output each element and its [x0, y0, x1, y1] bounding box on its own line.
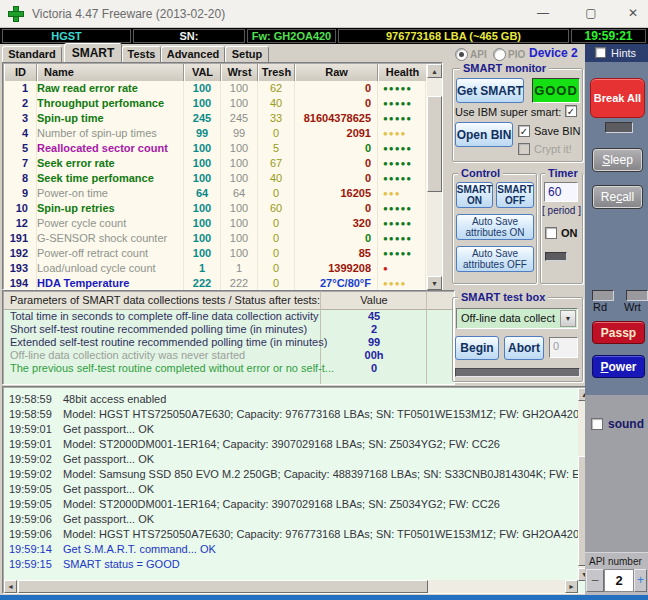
table-row[interactable]: 2Throughput perfomance100100400●●●●●	[4, 96, 426, 111]
table-row[interactable]: 191G-SENSOR shock counter10010000●●●●●	[4, 231, 426, 246]
cell-tresh: 0	[258, 216, 295, 231]
ibm-smart-checkbox[interactable]: ✓	[565, 105, 577, 117]
table-row[interactable]: 12Power cycle count1001000320●●●●●	[4, 216, 426, 231]
device-model: HGST HTS725050A7E630	[2, 29, 131, 43]
table-row[interactable]: 10Spin-up retries100100600●●●●●	[4, 201, 426, 216]
cell-name: Spin-up time	[37, 111, 184, 126]
save-bin-checkbox[interactable]: ✓	[518, 125, 530, 137]
cell-tresh: 0	[258, 186, 295, 201]
passp-button[interactable]: Passp	[592, 321, 645, 344]
params-row: Total time in seconds to complete off-li…	[4, 310, 453, 323]
table-row[interactable]: 9Power-on time6464016205●●●	[4, 186, 426, 201]
timer-period-input[interactable]: 60	[544, 182, 578, 202]
cell-val: 100	[184, 81, 221, 96]
cell-wrst: 100	[221, 246, 258, 261]
log-panel: 19:58:5948bit access enabled19:58:59Mode…	[2, 386, 592, 594]
tab-standard[interactable]: Standard	[2, 46, 62, 62]
tab-setup[interactable]: Setup	[225, 46, 269, 62]
crypt-checkbox[interactable]	[518, 143, 530, 155]
open-bin-button[interactable]: Open BIN	[455, 122, 513, 147]
params-row-value: 45	[321, 310, 427, 323]
health-dots: ●●●●	[378, 126, 426, 141]
table-row[interactable]: 7Seek error rate100100670●●●●●	[4, 156, 426, 171]
autosave-off-button[interactable]: Auto Save attributes OFF	[456, 246, 534, 272]
api-number-plus-button[interactable]: +	[634, 569, 647, 592]
cell-id: 191	[4, 231, 37, 246]
table-row[interactable]: 5Reallocated sector count10010050●●●●●	[4, 141, 426, 156]
smart-table-header: ID Name VAL Wrst Tresh Raw Health	[4, 64, 426, 81]
cell-tresh: 67	[258, 156, 295, 171]
tab-advanced[interactable]: Advanced	[161, 46, 225, 62]
pio-radio[interactable]	[493, 48, 506, 61]
device-serial: SN: TF0501WE153M1Z	[133, 29, 245, 43]
table-row[interactable]: 193Load/unload cycle count1101399208●	[4, 261, 426, 276]
smart-attributes-table: ID Name VAL Wrst Tresh Raw Health 1Raw r…	[2, 62, 443, 290]
table-row[interactable]: 1Raw read error rate100100620●●●●●	[4, 81, 426, 96]
table-row[interactable]: 192Power-off retract count100100085●●●●●	[4, 246, 426, 261]
cell-name: Power-on time	[37, 186, 184, 201]
col-header-tresh: Tresh	[258, 64, 295, 81]
col-header-val: VAL	[184, 64, 221, 81]
log-hscrollbar[interactable]: ◄ ►	[4, 580, 578, 593]
autosave-on-button[interactable]: Auto Save attributes ON	[456, 214, 534, 240]
table-row[interactable]: 194HDA Temperature222222027°C/80°F●●●●	[4, 276, 426, 291]
abort-button[interactable]: Abort	[504, 336, 544, 360]
cell-wrst: 99	[221, 126, 258, 141]
params-row-value: 00h	[321, 349, 427, 362]
scroll-left-icon[interactable]: ◄	[4, 580, 17, 593]
test-progress-bar	[455, 368, 580, 377]
params-row-label: The previous self-test routine completed…	[10, 362, 334, 375]
cell-raw: 0	[295, 171, 378, 186]
log-message: SMART status = GOOD	[63, 557, 180, 571]
api-radio[interactable]	[455, 48, 468, 61]
close-button[interactable]: ✕	[620, 6, 646, 22]
table-scrollbar-thumb[interactable]	[427, 96, 442, 192]
test-counter-field: 0	[549, 337, 578, 358]
clock: 19:59:21	[571, 29, 646, 43]
test-select[interactable]: Off-line data collect ▼	[456, 308, 578, 329]
params-row-label: Short self-test routine recommended poll…	[10, 323, 307, 336]
crypt-label: Crypt it!	[534, 143, 572, 155]
cell-raw: 81604378625	[295, 111, 378, 126]
cell-val: 100	[184, 216, 221, 231]
maximize-button[interactable]: ▢	[578, 6, 604, 22]
timer-led	[545, 252, 567, 261]
sleep-button[interactable]: Sleep	[592, 148, 643, 172]
rd-label: Rd	[593, 301, 607, 313]
recall-button[interactable]: Recall	[592, 185, 643, 209]
smart-on-button[interactable]: SMART ON	[456, 182, 493, 208]
api-number-minus-button[interactable]: –	[586, 569, 604, 592]
tab-tests[interactable]: Tests	[122, 46, 161, 62]
tab-smart[interactable]: SMART	[64, 43, 122, 62]
timer-on-checkbox[interactable]	[545, 227, 557, 239]
log-hscrollbar-thumb[interactable]	[18, 580, 428, 593]
api-number-value[interactable]: 2	[604, 569, 634, 592]
scroll-up-icon[interactable]: ▲	[427, 64, 442, 78]
cell-wrst: 1	[221, 261, 258, 276]
begin-button[interactable]: Begin	[455, 336, 499, 360]
victoria-window: Victoria 4.47 Freeware (2013-02-20) — ▢ …	[0, 0, 648, 600]
log-message: Model: ST2000DM001-1ER164; Capacity: 390…	[63, 497, 500, 511]
device-capacity: 976773168 LBA (~465 GB)	[338, 29, 569, 43]
log-message: Get passport... OK	[63, 512, 154, 526]
get-smart-button[interactable]: Get SMART	[456, 78, 524, 103]
break-all-button[interactable]: Break All	[590, 78, 645, 118]
table-row[interactable]: 3Spin-up time2452453381604378625●●●●●	[4, 111, 426, 126]
smart-off-button[interactable]: SMART OFF	[496, 182, 534, 208]
right-sidebar: Hints Break All Sleep Recall Rd Wrt Pass…	[585, 44, 648, 595]
log-message: Get passport... OK	[63, 482, 154, 496]
log-timestamp: 19:59:02	[9, 452, 52, 466]
table-row[interactable]: 8Seek time perfomance100100400●●●●●	[4, 171, 426, 186]
power-button[interactable]: Power	[592, 355, 645, 378]
table-row[interactable]: 4Number of spin-up times999902091●●●●	[4, 126, 426, 141]
sound-checkbox[interactable]	[591, 418, 603, 430]
timer-on-label: ON	[561, 227, 578, 239]
table-scrollbar[interactable]: ▲ ▼	[427, 64, 442, 290]
app-icon	[8, 6, 24, 22]
minimize-button[interactable]: —	[530, 6, 556, 22]
scroll-down-icon[interactable]: ▼	[427, 276, 442, 290]
chevron-down-icon[interactable]: ▼	[560, 310, 576, 327]
health-dots: ●●●●●	[378, 171, 426, 186]
scroll-right-icon[interactable]: ►	[565, 580, 578, 593]
hints-checkbox[interactable]	[595, 47, 606, 58]
